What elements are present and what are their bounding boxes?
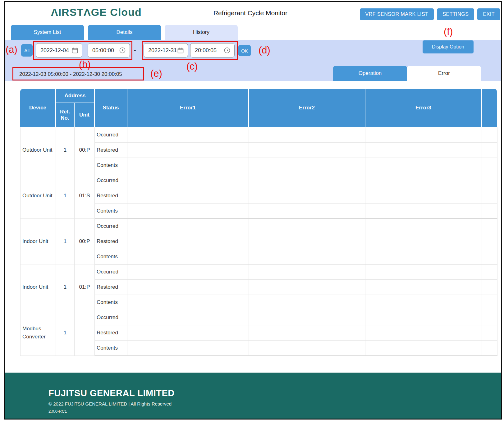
device-cell: Outdoor Unit (20, 173, 56, 219)
error2-cell (249, 173, 365, 188)
annotation-letter-e: (e) (150, 68, 162, 79)
calendar-icon[interactable] (177, 47, 184, 54)
error2-cell (249, 234, 365, 249)
status-cell: Occurred (95, 264, 127, 280)
spacer-cell (482, 204, 497, 219)
error2-cell (249, 249, 365, 264)
exit-button[interactable]: EXIT (477, 8, 500, 20)
error1-cell (127, 188, 249, 204)
error2-cell (249, 325, 365, 341)
spacer-cell (482, 188, 497, 204)
start-time-value: 05:00:00 (92, 47, 114, 54)
error3-cell (365, 310, 482, 325)
spacer-cell (482, 219, 497, 234)
spacer-cell (482, 325, 497, 341)
status-cell: Contents (95, 158, 127, 173)
annotation-letter-c: (c) (186, 61, 198, 72)
display-option-button[interactable]: Display Option (423, 40, 474, 53)
device-group: Indoor Unit100:POccurredRestoredContents (20, 219, 497, 264)
status-cell: Contents (95, 295, 127, 310)
unit-cell (75, 310, 95, 356)
status-cell: Contents (95, 204, 127, 219)
error3-cell (365, 204, 482, 219)
start-time-input[interactable]: 05:00:00 (88, 43, 130, 57)
spacer-cell (482, 173, 497, 188)
error3-cell (365, 249, 482, 264)
spacer-cell (482, 143, 497, 158)
error2-cell (249, 295, 365, 310)
table-row: Modbus Converter1Occurred (20, 310, 497, 325)
ref-no-cell: 1 (56, 310, 75, 356)
error2-cell (249, 341, 365, 356)
device-cell: Indoor Unit (20, 219, 56, 264)
tab-system-list[interactable]: System List (11, 25, 84, 40)
error2-cell (249, 188, 365, 204)
error3-cell (365, 325, 482, 341)
error-history-table: Device Address Status Error1 Error2 Erro… (20, 89, 497, 356)
col-header-device: Device (20, 89, 56, 127)
status-cell: Occurred (95, 173, 127, 188)
ref-no-cell: 1 (56, 219, 75, 264)
error1-cell (127, 341, 249, 356)
error3-cell (365, 341, 482, 356)
error1-cell (127, 127, 249, 143)
device-cell: Outdoor Unit (20, 127, 56, 173)
vrf-sensor-mark-list-button[interactable]: VRF SENSOR MARK LIST (360, 8, 434, 20)
spacer-cell (482, 249, 497, 264)
device-group: Modbus Converter1OccurredRestoredContent… (20, 310, 497, 356)
tab-details[interactable]: Details (88, 25, 161, 40)
table-row: Indoor Unit100:POccurred (20, 219, 497, 234)
status-cell: Restored (95, 188, 127, 204)
error3-cell (365, 127, 482, 143)
error2-cell (249, 143, 365, 158)
unit-cell: 01:P (75, 264, 95, 310)
status-cell: Restored (95, 234, 127, 249)
unit-cell: 00:P (75, 219, 95, 264)
spacer-cell (482, 295, 497, 310)
spacer-cell (482, 310, 497, 325)
col-header-spacer (482, 89, 497, 127)
status-cell: Restored (95, 325, 127, 341)
ref-no-cell: 1 (56, 173, 75, 219)
status-cell: Restored (95, 280, 127, 295)
header-buttons: VRF SENSOR MARK LIST SETTINGS EXIT (360, 8, 501, 20)
unit-cell: 00:P (75, 127, 95, 173)
error2-cell (249, 158, 365, 173)
error1-cell (127, 219, 249, 234)
spacer-cell (482, 127, 497, 143)
tab-error[interactable]: Error (407, 66, 481, 81)
applied-date-range: 2022-12-03 05:00:00 - 2022-12-30 20:00:0… (19, 71, 122, 77)
footer-version: 2.0.0-RC1 (48, 409, 501, 414)
error2-cell (249, 219, 365, 234)
page-title: Refrigerant Cycle Monitor (188, 9, 313, 17)
footer-brand: FUJITSU GENERAL LIMITED (48, 388, 501, 398)
error2-cell (249, 127, 365, 143)
status-cell: Occurred (95, 219, 127, 234)
device-group: Indoor Unit101:POccurredRestoredContents (20, 264, 497, 310)
col-header-error3: Error3 (365, 89, 482, 127)
clock-icon[interactable] (224, 47, 231, 54)
end-date-value: 2022-12-31 (148, 47, 177, 54)
tab-history[interactable]: History (165, 25, 238, 40)
error1-cell (127, 173, 249, 188)
error1-cell (127, 264, 249, 280)
end-time-value: 20:00:05 (195, 47, 217, 54)
airstage-cloud-logo: ΛIRSTΛGE Cloud (51, 6, 142, 18)
error3-cell (365, 188, 482, 204)
error3-cell (365, 280, 482, 295)
device-cell: Indoor Unit (20, 264, 56, 310)
end-time-input[interactable]: 20:00:05 (190, 43, 235, 57)
error1-cell (127, 249, 249, 264)
start-date-input[interactable]: 2022-12-04 (36, 43, 82, 57)
tab-operation[interactable]: Operation (333, 66, 407, 81)
calendar-icon[interactable] (71, 47, 78, 54)
settings-button[interactable]: SETTINGS (437, 8, 474, 20)
error2-cell (249, 264, 365, 280)
end-date-input[interactable]: 2022-12-31 (144, 43, 188, 57)
clock-icon[interactable] (119, 47, 126, 54)
nav-tab-bar: System List Details History (5, 24, 501, 40)
footer-copyright: © 2022 FUJITSU GENERAL LIMITED | All Rig… (48, 401, 501, 406)
all-button[interactable]: All (21, 44, 33, 57)
error1-cell (127, 204, 249, 219)
ok-button[interactable]: OK (238, 45, 251, 56)
